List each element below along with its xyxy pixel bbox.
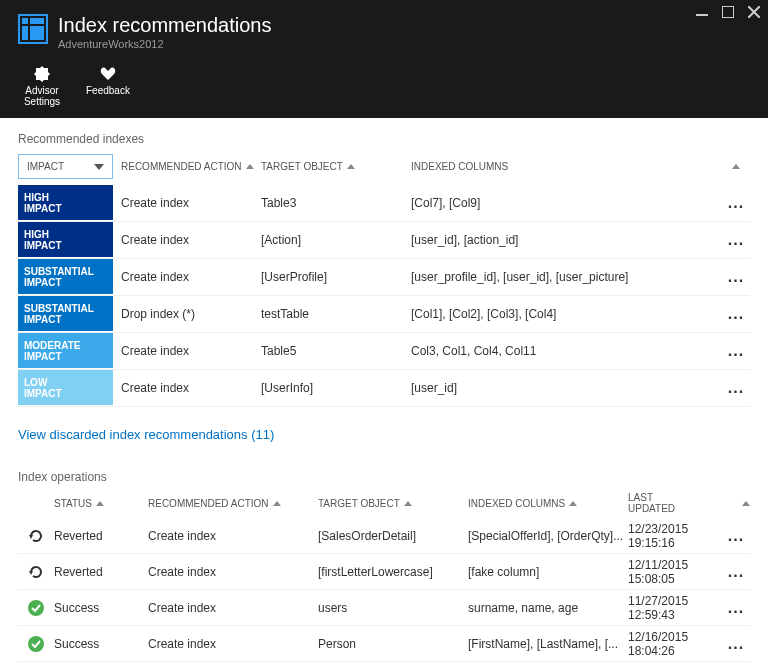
table-row[interactable]: SuccessCreate indexPerson[FirstName], [L…	[18, 626, 750, 662]
row-menu-button[interactable]: ...	[722, 635, 750, 653]
row-menu-button[interactable]: ...	[722, 563, 750, 581]
page-subtitle: AdventureWorks2012	[58, 38, 271, 50]
action-cell: Create index	[113, 381, 261, 395]
row-menu-button[interactable]: ...	[722, 268, 750, 286]
table-row[interactable]: HIGHIMPACTCreate index[Action][user_id],…	[18, 222, 750, 259]
target-cell: testTable	[261, 307, 411, 321]
ops-action-cell: Create index	[148, 529, 318, 543]
target-cell: Table5	[261, 344, 411, 358]
action-cell: Create index	[113, 196, 261, 210]
chevron-up-icon	[742, 501, 750, 506]
status-icon-cell	[18, 528, 54, 544]
last-updated-cell: 12/23/2015 19:15:16	[628, 522, 722, 550]
svg-point-7	[28, 600, 44, 616]
row-menu-button[interactable]: ...	[722, 599, 750, 617]
target-cell: Table3	[261, 196, 411, 210]
table-row[interactable]: SuccessCreate indexuserssurname, name, a…	[18, 590, 750, 626]
status-cell: Reverted	[54, 529, 148, 543]
row-menu-button[interactable]: ...	[722, 194, 750, 212]
chevron-up-icon	[347, 164, 355, 169]
revert-icon	[28, 564, 44, 580]
target-cell: [UserInfo]	[261, 381, 411, 395]
table-row[interactable]: SUBSTANTIALIMPACTDrop index (*)testTable…	[18, 296, 750, 333]
success-icon	[28, 636, 44, 652]
revert-icon	[28, 528, 44, 544]
row-menu-button[interactable]: ...	[722, 527, 750, 545]
svg-rect-0	[696, 14, 708, 16]
page-title: Index recommendations	[58, 14, 271, 36]
ops-columns-column-header[interactable]: INDEXED COLUMNS	[468, 498, 628, 509]
svg-marker-6	[29, 571, 33, 575]
ops-target-cell: [firstLetterLowercase]	[318, 565, 468, 579]
last-updated-cell: 12/11/2015 15:08:05	[628, 558, 722, 586]
status-icon-cell	[18, 636, 54, 652]
status-icon-cell	[18, 564, 54, 580]
operations-section-title: Index operations	[18, 470, 750, 484]
table-row[interactable]: RevertedCreate index[firstLetterLowercas…	[18, 554, 750, 590]
columns-cell: [Col1], [Col2], [Col3], [Col4]	[411, 307, 722, 321]
chevron-up-icon	[96, 501, 104, 506]
ops-target-column-header[interactable]: TARGET OBJECT	[318, 498, 468, 509]
action-cell: Create index	[113, 344, 261, 358]
columns-cell: [user_id], [action_id]	[411, 233, 722, 247]
columns-column-header[interactable]: INDEXED COLUMNS	[411, 161, 750, 172]
impact-badge: MODERATEIMPACT	[18, 333, 113, 369]
status-cell: Reverted	[54, 565, 148, 579]
table-row[interactable]: SUBSTANTIALIMPACTCreate index[UserProfil…	[18, 259, 750, 296]
last-updated-cell: 12/16/2015 18:04:26	[628, 630, 722, 658]
close-icon[interactable]	[748, 6, 760, 18]
minimize-icon[interactable]	[696, 6, 708, 18]
row-menu-button[interactable]: ...	[722, 379, 750, 397]
ops-action-cell: Create index	[148, 601, 318, 615]
action-cell: Create index	[113, 270, 261, 284]
ops-action-cell: Create index	[148, 637, 318, 651]
impact-column-header[interactable]: IMPACT	[18, 154, 113, 179]
chevron-up-icon	[569, 501, 577, 506]
action-cell: Create index	[113, 233, 261, 247]
table-row[interactable]: RevertedCreate index[SalesOrderDetail][S…	[18, 518, 750, 554]
target-column-header[interactable]: TARGET OBJECT	[261, 161, 411, 172]
row-menu-button[interactable]: ...	[722, 305, 750, 323]
chevron-up-icon	[732, 164, 740, 169]
table-row[interactable]: LOWIMPACTCreate index[UserInfo][user_id]…	[18, 370, 750, 407]
gear-icon	[34, 66, 50, 82]
ops-columns-cell: [FirstName], [LastName], [...	[468, 637, 628, 651]
last-updated-cell: 11/27/2015 12:59:43	[628, 594, 722, 622]
impact-badge: SUBSTANTIALIMPACT	[18, 296, 113, 332]
status-cell: Success	[54, 601, 148, 615]
last-updated-column-header[interactable]: LAST UPDATED	[628, 492, 750, 514]
table-row[interactable]: HIGHIMPACTCreate indexTable3[Col7], [Col…	[18, 185, 750, 222]
feedback-button[interactable]: Feedback	[86, 66, 130, 107]
impact-badge: HIGHIMPACT	[18, 185, 113, 221]
target-cell: [Action]	[261, 233, 411, 247]
action-column-header[interactable]: RECOMMENDED ACTION	[113, 161, 261, 172]
ops-action-column-header[interactable]: RECOMMENDED ACTION	[148, 498, 318, 509]
ops-columns-cell: [SpecialOfferId], [OrderQty]...	[468, 529, 628, 543]
row-menu-button[interactable]: ...	[722, 342, 750, 360]
chevron-up-icon	[273, 501, 281, 506]
status-column-header[interactable]: STATUS	[18, 498, 148, 509]
columns-cell: [user_profile_id], [user_id], [user_pict…	[411, 270, 722, 284]
chevron-down-icon	[94, 164, 104, 170]
table-row[interactable]: MODERATEIMPACTCreate indexTable5Col3, Co…	[18, 333, 750, 370]
titlebar: Index recommendations AdventureWorks2012…	[0, 0, 768, 118]
columns-cell: Col3, Col1, Col4, Col11	[411, 344, 722, 358]
ops-action-cell: Create index	[148, 565, 318, 579]
heart-icon	[100, 66, 116, 82]
recommended-section-title: Recommended indexes	[18, 132, 750, 146]
view-discarded-link[interactable]: View discarded index recommendations (11…	[18, 427, 274, 442]
app-logo-icon	[18, 14, 48, 44]
svg-rect-1	[722, 6, 734, 18]
action-cell: Drop index (*)	[113, 307, 261, 321]
maximize-icon[interactable]	[722, 6, 734, 18]
chevron-up-icon	[404, 501, 412, 506]
row-menu-button[interactable]: ...	[722, 231, 750, 249]
impact-badge: LOWIMPACT	[18, 370, 113, 406]
target-cell: [UserProfile]	[261, 270, 411, 284]
advisor-settings-button[interactable]: Advisor Settings	[20, 66, 64, 107]
svg-marker-5	[29, 535, 33, 539]
chevron-up-icon	[246, 164, 254, 169]
columns-cell: [user_id]	[411, 381, 722, 395]
ops-target-cell: users	[318, 601, 468, 615]
impact-badge: SUBSTANTIALIMPACT	[18, 259, 113, 295]
